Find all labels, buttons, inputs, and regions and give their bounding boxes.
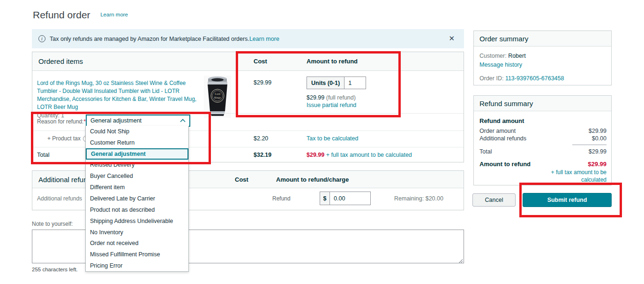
order-summary-card: Order summary Customer: Robert Message h…: [473, 31, 612, 85]
product-title[interactable]: Lord of the Rings Mug, 30 oz Stainless S…: [37, 79, 200, 111]
dropdown-item-could-not-ship[interactable]: Could Not Ship: [86, 126, 188, 137]
amount-to-refund-note: + full tax amount to be calculated: [479, 169, 607, 184]
order-amount-row: Order amount $29.99: [479, 128, 607, 134]
reason-dropdown-menu: Could Not Ship Customer Return General a…: [85, 126, 189, 272]
reason-for-refund-label: Reason for refund:: [37, 118, 83, 125]
characters-left: 255 characters left.: [32, 267, 78, 272]
dropdown-item-order-not-received[interactable]: Order not received: [86, 238, 188, 249]
svg-text:Lord: Lord: [215, 92, 220, 95]
tax-info-banner: i Tax only refunds are managed by Amazon…: [32, 29, 464, 48]
customer-label: Customer:: [479, 53, 507, 59]
dropdown-item-no-inventory[interactable]: No Inventory: [86, 227, 188, 238]
dropdown-item-delivered-late[interactable]: Delivered Late by Carrier: [86, 193, 188, 204]
order-summary-title: Order summary: [479, 35, 528, 43]
message-history-link[interactable]: Message history: [479, 61, 522, 68]
note-label: Note to yourself:: [32, 221, 73, 227]
amount-column-header: Amount to refund: [307, 58, 358, 65]
dropdown-item-general-adjustment[interactable]: General adjustment: [86, 148, 188, 160]
order-amount-label: Order amount: [479, 128, 516, 134]
total-refund-amount: $29.99: [307, 152, 324, 158]
tax-to-be-calculated: Tax to be calculated: [307, 135, 359, 142]
submit-refund-button[interactable]: Submit refund: [523, 193, 612, 207]
amount-to-refund-value: $29.99: [588, 161, 607, 168]
total-cost: $32.19: [254, 152, 271, 158]
amount-to-refund-label: Amount to refund: [479, 161, 531, 168]
additional-refund-input[interactable]: [330, 192, 371, 205]
svg-text:Rings: Rings: [214, 96, 221, 99]
order-id-label: Order ID:: [479, 75, 503, 82]
learn-more-link[interactable]: Learn more: [100, 12, 128, 17]
banner-text: Tax only refunds are managed by Amazon f…: [50, 36, 249, 42]
amount-to-refund-row: Amount to refund $29.99: [479, 161, 607, 168]
currency-prefix: $: [320, 192, 330, 205]
reason-select[interactable]: General adjustment: [86, 115, 190, 127]
product-cost: $29.99: [254, 79, 271, 86]
additional-refunds-value: $0.00: [592, 135, 607, 142]
ordered-items-title: Ordered items: [38, 57, 83, 65]
additional-refunds-summary-row: Additional refunds $0.00: [479, 135, 607, 142]
dropdown-item-not-as-described[interactable]: Product not as described: [86, 204, 188, 215]
total-refund-note: + full tax amount to be calculated: [326, 152, 412, 158]
dropdown-item-missed-fulfillment[interactable]: Missed Fulfillment Promise: [86, 249, 188, 260]
units-label: Units (0-1): [307, 77, 344, 89]
dropdown-item-different-item[interactable]: Different item: [86, 182, 188, 193]
resize-handle-icon[interactable]: [457, 258, 463, 263]
close-icon[interactable]: ✕: [449, 34, 455, 43]
reason-selected-value: General adjustment: [90, 117, 180, 124]
order-id-link[interactable]: 113-9397605-6763458: [505, 75, 564, 82]
dropdown-item-buyer-cancelled[interactable]: Buyer Cancelled: [86, 170, 188, 182]
remaining-amount: Remaining: $20.00: [394, 195, 443, 202]
product-tax-label: + Product tax: [47, 135, 81, 142]
units-input[interactable]: [344, 77, 366, 89]
summary-total-label: Total: [479, 148, 492, 155]
cancel-button[interactable]: Cancel: [472, 193, 516, 207]
cost-column-header: Cost: [254, 58, 267, 65]
chevron-up-icon: [180, 119, 186, 123]
dropdown-item-customer-return[interactable]: Customer Return: [86, 137, 188, 148]
refund-summary-title: Refund summary: [479, 100, 533, 107]
summary-divider: [572, 145, 607, 145]
customer-name: Robert: [508, 53, 526, 59]
refund-type-label: Refund: [272, 195, 291, 202]
order-amount-value: $29.99: [589, 128, 607, 134]
refund-amount-suffix: (full refund): [326, 94, 356, 101]
additional-refund-amount-control: $: [320, 192, 371, 205]
units-control: Units (0-1): [307, 77, 366, 89]
summary-total-value: $29.99: [589, 148, 607, 155]
product-tax-cost: $2.20: [254, 135, 268, 142]
dropdown-item-address-undeliverable[interactable]: Shipping Address Undeliverable: [86, 215, 188, 227]
additional-refunds-label: Additional refunds: [479, 135, 526, 142]
dropdown-item-pricing-error[interactable]: Pricing Error: [86, 260, 188, 271]
dropdown-item-refused-delivery[interactable]: Refused Delivery: [86, 160, 188, 171]
refund-summary-card: Refund summary Refund amount Order amoun…: [473, 95, 612, 185]
banner-learn-more-link[interactable]: Learn more: [249, 36, 279, 42]
issue-partial-refund-link[interactable]: Issue partial refund: [307, 102, 356, 108]
additional-cost-header: Cost: [235, 176, 248, 183]
additional-amount-header: Amount to refund/charge: [276, 176, 349, 183]
refund-amount: $29.99: [307, 94, 324, 101]
info-icon: i: [38, 35, 45, 42]
additional-refunds-row-label: Additional refunds: [37, 195, 82, 202]
refund-amount-section-header: Refund amount: [479, 117, 524, 124]
summary-total-row: Total $29.99: [479, 148, 607, 155]
total-label: Total: [37, 152, 49, 158]
page-title: Refund order: [33, 9, 90, 20]
